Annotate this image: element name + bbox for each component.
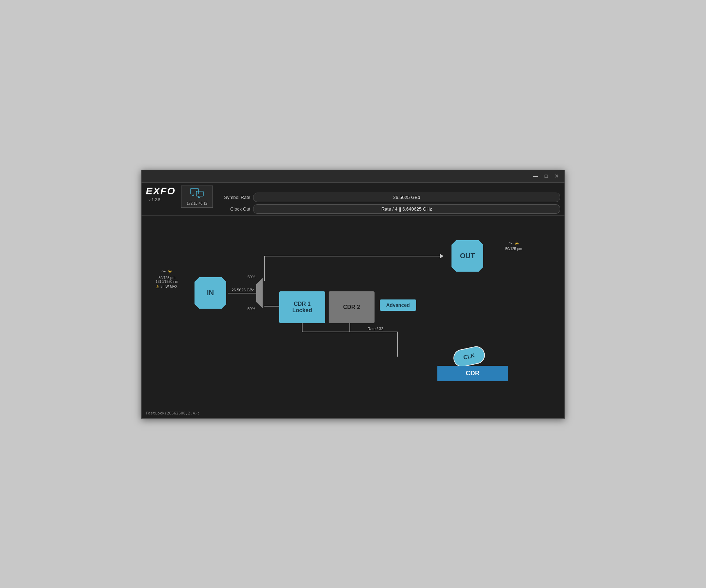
app-header: EXFO v 1.2.5 172.16.48.12 Symbol Rate xyxy=(142,183,564,215)
cdr2-block: CDR 2 xyxy=(329,291,375,323)
main-content: 26.5625 GBd Rate / 32 〜 ☀ 50/125 μ xyxy=(142,216,564,410)
svg-marker-10 xyxy=(440,254,443,259)
input-power-label: 5mW MAX xyxy=(161,285,178,289)
splitter-bot-label: 50% xyxy=(247,307,255,311)
splitter-block xyxy=(256,278,263,308)
symbol-rate-value: 26.5625 GBd xyxy=(253,193,560,202)
out-block: OUT xyxy=(451,240,483,272)
clk-label: CLK xyxy=(463,352,475,360)
out-label: OUT xyxy=(460,252,475,260)
symbol-rate-row: Symbol Rate 26.5625 GBd xyxy=(219,193,560,202)
output-fiber-label: 50/125 μm xyxy=(505,247,522,251)
svg-text:Rate / 32: Rate / 32 xyxy=(367,327,383,331)
header-fields: Symbol Rate 26.5625 GBd Clock Out Rate /… xyxy=(219,186,560,214)
input-wavelength-label: 1310/1550 nm xyxy=(156,280,178,284)
clock-out-row: Clock Out Rate / 4 || 6.640625 GHz xyxy=(219,204,560,214)
cdr2-label: CDR 2 xyxy=(343,304,360,310)
cdr-button[interactable]: CDR xyxy=(437,366,508,381)
symbol-rate-label: Symbol Rate xyxy=(219,195,250,200)
clock-out-value: Rate / 4 || 6.640625 GHz xyxy=(253,204,560,214)
output-signal-area: 〜 ☀ 50/125 μm xyxy=(505,240,522,251)
device-icon xyxy=(190,188,204,200)
cdr1-sub-label: Locked xyxy=(292,307,312,314)
minimize-button[interactable]: — xyxy=(531,172,540,180)
version-label: v 1.2.5 xyxy=(149,198,160,202)
close-button[interactable]: ✕ xyxy=(552,172,562,180)
wave-icon-in: 〜 xyxy=(161,268,166,275)
svg-text:26.5625 GBd: 26.5625 GBd xyxy=(232,288,255,292)
sun-icon-in: ☀ xyxy=(167,268,172,275)
advanced-button[interactable]: Advanced xyxy=(380,299,416,311)
clk-block: CLK xyxy=(452,345,486,369)
status-bar: FastLock(26562500,2,4); xyxy=(142,410,564,418)
in-block: IN xyxy=(195,277,226,309)
input-signal-area: 〜 ☀ 50/125 μm 1310/1550 nm ⚠ 5mW MAX xyxy=(156,268,178,289)
signal-diagram: 26.5625 GBd Rate / 32 〜 ☀ 50/125 μ xyxy=(152,223,554,399)
warning-icon: ⚠ xyxy=(156,284,160,289)
cdr1-label: CDR 1 xyxy=(294,301,311,307)
in-label: IN xyxy=(207,289,214,297)
device-ip: 172.16.48.12 xyxy=(187,201,207,205)
splitter-top-label: 50% xyxy=(247,275,255,279)
exfo-logo: EXFO xyxy=(146,186,175,197)
status-text: FastLock(26562500,2,4); xyxy=(146,411,199,416)
cdr1-block: CDR 1 Locked xyxy=(279,291,325,323)
clock-out-label: Clock Out xyxy=(219,206,250,212)
maximize-button[interactable]: □ xyxy=(541,172,551,180)
wave-icon-out: 〜 xyxy=(508,240,513,247)
app-window: — □ ✕ EXFO v 1.2.5 172.16.48.12 xyxy=(141,170,565,419)
titlebar: — □ ✕ xyxy=(142,170,564,183)
svg-rect-3 xyxy=(196,191,203,196)
input-fiber-label: 50/125 μm xyxy=(156,276,178,280)
device-block: 172.16.48.12 xyxy=(181,186,213,208)
sun-icon-out: ☀ xyxy=(514,240,519,247)
